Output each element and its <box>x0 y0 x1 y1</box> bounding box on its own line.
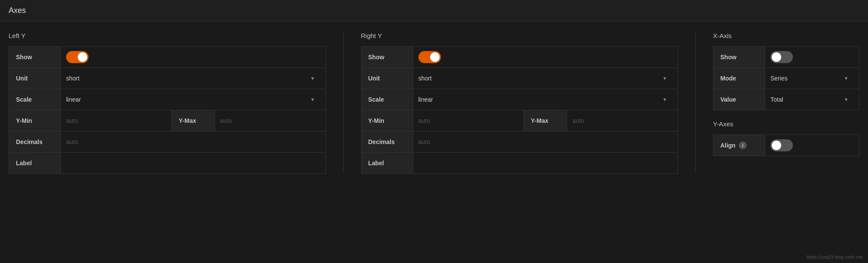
left-y-unit-select-wrapper: short long none percent <box>66 75 320 82</box>
right-y-scale-label: Scale <box>361 89 413 110</box>
left-y-fieldlabel-control <box>61 153 326 173</box>
y-axes-align-toggle[interactable] <box>770 139 793 151</box>
page-title: Axes <box>9 6 26 15</box>
right-y-decimals-row: Decimals <box>361 131 678 153</box>
x-axis-mode-label: Mode <box>713 68 765 89</box>
right-y-scale-control: linear log pow2 <box>413 89 678 110</box>
right-y-ymax-input[interactable] <box>572 117 672 124</box>
right-y-scale-row: Scale linear log pow2 <box>361 89 678 110</box>
right-y-decimals-input[interactable] <box>418 138 673 145</box>
left-y-unit-control: short long none percent <box>61 68 326 89</box>
right-y-ymin-label: Y-Min <box>361 110 413 131</box>
right-y-show-toggle[interactable] <box>418 51 441 63</box>
right-y-ymin-input-wrapper <box>413 110 524 131</box>
right-y-ymin-input[interactable] <box>418 117 519 124</box>
left-y-show-toggle[interactable] <box>66 51 89 63</box>
left-y-fieldlabel-row: Label <box>9 152 326 174</box>
x-axis-value-label: Value <box>713 89 765 110</box>
x-axis-show-row: Show <box>713 46 859 68</box>
page-title-bar: Axes <box>0 0 868 22</box>
right-y-unit-control: short long none percent <box>413 68 678 89</box>
y-axes-align-control <box>765 135 859 156</box>
left-y-fieldlabel-label: Label <box>9 153 61 173</box>
right-y-ymax-input-wrapper <box>567 110 678 131</box>
x-axis-value-select[interactable]: Total Individual Cumulative <box>770 96 854 103</box>
right-y-decimals-label: Decimals <box>361 132 413 152</box>
left-y-minmax-row: Y-Min Y-Max <box>9 110 326 132</box>
y-axes-align-label: Align i <box>713 135 765 156</box>
right-y-fieldlabel-label: Label <box>361 153 413 173</box>
right-y-unit-row: Unit short long none percent <box>361 67 678 89</box>
left-y-ymax-input-wrapper <box>215 110 326 131</box>
left-y-scale-select-wrapper: linear log pow2 <box>66 96 320 103</box>
axes-content: Left Y Show Unit short <box>0 22 868 184</box>
x-axis-mode-select-wrapper: Series Time Custom <box>770 75 854 82</box>
right-y-minmax-row: Y-Min Y-Max <box>361 110 678 132</box>
watermark: https://zzq23.blog.csdn.net <box>806 254 863 260</box>
x-axis-mode-control: Series Time Custom <box>765 68 859 89</box>
y-axes-align-row: Align i <box>713 135 859 156</box>
right-y-show-control <box>413 47 678 67</box>
right-y-scale-select-wrapper: linear log pow2 <box>418 96 673 103</box>
x-axis-show-toggle[interactable] <box>770 51 793 63</box>
right-y-fieldlabel-row: Label <box>361 152 678 174</box>
left-y-unit-row: Unit short long none percent <box>9 67 326 89</box>
left-y-ymax-input[interactable] <box>220 117 320 124</box>
page-container: Axes Left Y Show Unit <box>0 0 868 184</box>
left-y-decimals-row: Decimals <box>9 131 326 153</box>
left-y-show-control <box>61 47 326 67</box>
left-y-scale-row: Scale linear log pow2 <box>9 89 326 110</box>
y-axes-section-label: Y-Axes <box>713 120 859 128</box>
left-y-decimals-control <box>61 132 326 152</box>
left-y-show-label: Show <box>9 47 61 67</box>
x-axis-show-label: Show <box>713 47 765 67</box>
right-y-fieldlabel-control <box>413 153 678 173</box>
x-axis-section: X-Axis Show Mode Series <box>695 32 859 173</box>
right-y-unit-select-wrapper: short long none percent <box>418 75 673 82</box>
x-axis-show-control <box>765 47 859 67</box>
right-y-scale-select[interactable]: linear log pow2 <box>418 96 673 103</box>
left-y-label-input[interactable] <box>66 160 320 167</box>
left-y-show-row: Show <box>9 46 326 68</box>
left-y-scale-label: Scale <box>9 89 61 110</box>
left-y-unit-label: Unit <box>9 68 61 89</box>
left-y-ymin-label: Y-Min <box>9 110 61 131</box>
left-y-ymin-input-wrapper <box>61 110 172 131</box>
left-y-scale-control: linear log pow2 <box>61 89 326 110</box>
x-axis-value-control: Total Individual Cumulative <box>765 89 859 110</box>
right-y-ymax-label: Y-Max <box>524 110 567 131</box>
left-y-label: Left Y <box>9 32 326 39</box>
right-y-label: Right Y <box>361 32 678 39</box>
left-y-unit-select[interactable]: short long none percent <box>66 75 320 82</box>
x-axis-label: X-Axis <box>713 32 859 39</box>
left-y-decimals-input[interactable] <box>66 138 320 145</box>
left-y-scale-select[interactable]: linear log pow2 <box>66 96 320 103</box>
x-axis-value-select-wrapper: Total Individual Cumulative <box>770 96 854 103</box>
right-y-label-input[interactable] <box>418 160 673 167</box>
right-y-unit-select[interactable]: short long none percent <box>418 75 673 82</box>
right-y-show-label: Show <box>361 47 413 67</box>
left-y-ymin-input[interactable] <box>66 117 166 124</box>
right-y-decimals-control <box>413 132 678 152</box>
right-y-show-row: Show <box>361 46 678 68</box>
right-y-unit-label: Unit <box>361 68 413 89</box>
left-y-decimals-label: Decimals <box>9 132 61 152</box>
left-y-section: Left Y Show Unit short <box>9 32 343 173</box>
x-axis-value-row: Value Total Individual Cumulative <box>713 89 859 110</box>
left-y-ymax-label: Y-Max <box>172 110 215 131</box>
align-info-icon[interactable]: i <box>739 141 747 149</box>
x-axis-mode-select[interactable]: Series Time Custom <box>770 75 854 82</box>
x-axis-mode-row: Mode Series Time Custom <box>713 67 859 89</box>
right-y-section: Right Y Show Unit short <box>343 32 696 173</box>
